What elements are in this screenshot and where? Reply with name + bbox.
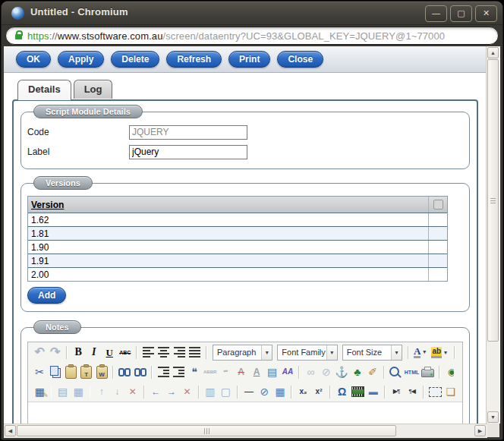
image-icon[interactable]: ♣ (351, 364, 364, 380)
version-row[interactable]: 1.91 (28, 254, 447, 268)
align-right-icon[interactable] (172, 345, 187, 361)
attributes-icon[interactable]: ▤ (265, 364, 279, 380)
merge-cells-icon[interactable]: ▢ (219, 384, 233, 400)
select-all-checkbox[interactable] (433, 200, 443, 209)
deleted-text-icon[interactable]: A (234, 364, 247, 380)
version-row[interactable]: 1.81 (28, 227, 447, 241)
lock-icon[interactable] (15, 34, 22, 39)
redo-icon[interactable]: ↷ (49, 345, 63, 361)
print-icon[interactable] (421, 364, 434, 380)
cut-icon[interactable]: ✂ (33, 364, 46, 380)
acronym-icon[interactable]: ❝❞ (219, 364, 232, 380)
horizontal-scroll-thumb[interactable] (17, 425, 396, 436)
align-justify-icon[interactable] (188, 345, 203, 361)
row-check-cell[interactable] (428, 268, 447, 281)
version-column-header[interactable]: Version (28, 200, 428, 210)
scroll-right-button[interactable]: ▶ (474, 425, 486, 436)
preview-icon[interactable] (389, 364, 402, 380)
fullscreen-icon[interactable]: ◉ (444, 364, 458, 380)
find-replace-icon[interactable] (134, 364, 147, 380)
anchor-icon[interactable]: ⚓ (335, 364, 348, 380)
insert-row-after-icon[interactable]: ↓ (110, 384, 124, 400)
version-row[interactable]: 1.62 (28, 213, 447, 227)
horizontal-rule-icon[interactable]: — (242, 384, 257, 400)
insert-col-before-icon[interactable]: ← (149, 384, 163, 400)
scroll-left-button[interactable]: ◀ (5, 425, 16, 436)
subscript-icon[interactable]: x₂ (296, 384, 310, 400)
tab-log[interactable]: Log (74, 80, 113, 99)
copy-icon[interactable] (48, 364, 61, 380)
cleanup-icon[interactable]: ✐ (366, 364, 380, 380)
version-row[interactable]: 1.90 (28, 241, 447, 254)
indent-icon[interactable] (172, 364, 186, 380)
underline-icon[interactable]: U (102, 345, 117, 361)
delete-button[interactable]: Delete (111, 51, 159, 68)
version-row[interactable]: 2.00 (28, 268, 447, 281)
insert-col-after-icon[interactable]: → (165, 384, 179, 400)
advanced-hr-icon[interactable]: ▬ (366, 384, 380, 400)
italic-icon[interactable]: I (87, 345, 101, 361)
print-button[interactable]: Print (228, 51, 270, 68)
row-check-cell[interactable] (428, 241, 447, 254)
strikethrough-icon[interactable]: ABC (118, 345, 133, 361)
delete-row-icon[interactable]: ✕ (126, 384, 140, 400)
find-icon[interactable] (118, 364, 131, 380)
refresh-button[interactable]: Refresh (166, 51, 222, 68)
blockquote-icon[interactable]: ❝ (187, 364, 201, 380)
close-button[interactable]: Close (277, 51, 323, 68)
ok-button[interactable]: OK (16, 51, 51, 68)
text-color-button[interactable]: A▾ (414, 346, 428, 359)
split-cells-icon[interactable]: ▥ (203, 384, 218, 400)
close-button[interactable]: ✕ (475, 5, 497, 22)
absolute-position-icon[interactable] (428, 384, 443, 400)
layer-icon[interactable]: ❏ (443, 384, 458, 400)
highlight-color-button[interactable]: ab▾ (431, 347, 449, 358)
paste-icon[interactable] (64, 364, 77, 380)
align-left-icon[interactable] (141, 345, 156, 361)
paste-from-word-icon[interactable]: W (95, 364, 109, 380)
bold-icon[interactable]: B (71, 345, 86, 361)
scroll-down-button[interactable]: ▼ (487, 411, 499, 423)
visual-aid-icon[interactable]: ▦ (273, 384, 288, 400)
row-check-cell[interactable] (428, 213, 447, 226)
label-field[interactable] (129, 145, 247, 159)
remove-format-icon[interactable]: ⊘ (257, 384, 272, 400)
ltr-icon[interactable]: ▶¶ (389, 384, 404, 400)
font-family-select[interactable]: Font Family▾ (277, 345, 337, 361)
scroll-up-button[interactable]: ▲ (487, 47, 499, 58)
abbreviation-icon[interactable]: ABBR (203, 364, 216, 380)
outdent-icon[interactable] (156, 364, 170, 380)
style-props-icon[interactable]: AA (281, 364, 295, 380)
paste-as-text-icon[interactable]: T (79, 364, 93, 380)
unlink-icon[interactable]: ⊘ (320, 364, 333, 380)
align-center-icon[interactable] (156, 345, 171, 361)
font-size-select[interactable]: Font Size▾ (342, 345, 402, 361)
minimize-button[interactable]: — (425, 5, 447, 22)
editor-content-area[interactable] (28, 402, 462, 424)
media-icon[interactable] (351, 384, 365, 400)
delete-col-icon[interactable]: ✕ (180, 384, 194, 400)
insert-table-icon[interactable]: ▦ (33, 384, 47, 400)
code-field[interactable] (129, 125, 247, 140)
charmap-icon[interactable]: Ω (335, 384, 349, 400)
row-check-cell[interactable] (428, 254, 447, 267)
add-version-button[interactable]: Add (27, 287, 66, 304)
cell-properties-icon[interactable]: ▦ (71, 384, 86, 400)
row-properties-icon[interactable]: ▤ (55, 384, 70, 400)
html-source-icon[interactable]: HTML (405, 364, 419, 380)
superscript-icon[interactable]: x² (312, 384, 326, 400)
rtl-icon[interactable]: ¶◀ (405, 384, 419, 400)
tab-details[interactable]: Details (17, 80, 71, 100)
undo-icon[interactable]: ↶ (33, 345, 47, 361)
address-bar[interactable]: https://www.stsoftware.com.au/screen/dat… (5, 27, 499, 45)
row-check-cell[interactable] (428, 227, 447, 240)
inserted-text-icon[interactable]: A (250, 364, 263, 380)
vertical-scrollbar[interactable]: ▲ ▼ (486, 46, 499, 424)
paragraph-select[interactable]: Paragraph▾ (213, 345, 272, 361)
insert-row-before-icon[interactable]: ↑ (94, 384, 109, 400)
horizontal-scrollbar[interactable]: ◀ ▶ (4, 424, 487, 438)
vertical-scroll-thumb[interactable] (487, 59, 499, 342)
apply-button[interactable]: Apply (58, 51, 104, 68)
link-icon[interactable]: ∞ (304, 364, 317, 380)
maximize-button[interactable]: ▢ (450, 5, 472, 22)
